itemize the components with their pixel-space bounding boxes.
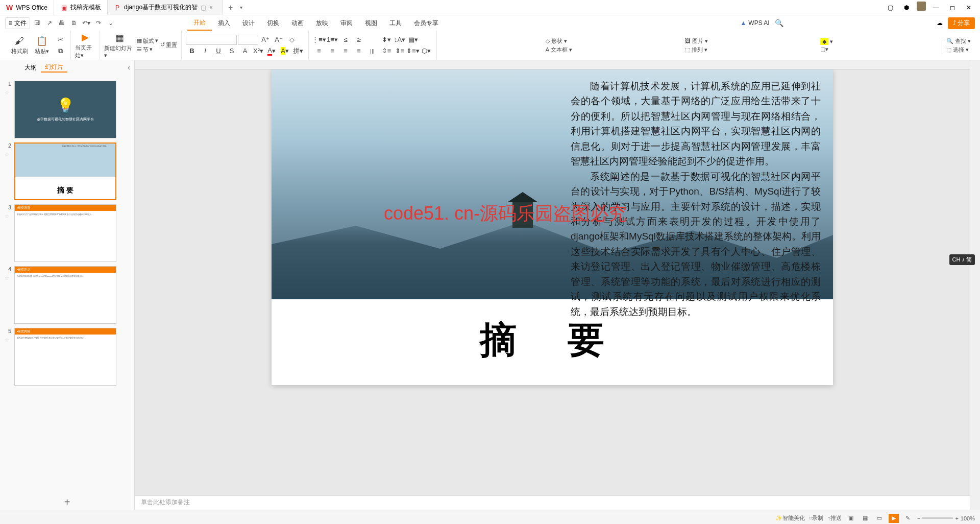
outline-button[interactable]: ▢▾: [820, 46, 833, 53]
slide-body-text[interactable]: 随着计算机技术发展，计算机系统的应用已延伸到社会的各个领域，大量基于网络的广泛应…: [571, 79, 821, 319]
clear-format-button[interactable]: ◇: [286, 35, 298, 45]
italic-button[interactable]: I: [199, 46, 211, 56]
minimize-button[interactable]: —: [930, 2, 942, 14]
spacing-options-button[interactable]: ⇕≡▾: [407, 46, 419, 56]
textbox-button[interactable]: A文本框▾: [546, 46, 572, 54]
close-button[interactable]: ✕: [963, 2, 975, 14]
star-icon[interactable]: ☆: [5, 152, 11, 157]
align-text-button[interactable]: ↕A▾: [394, 35, 406, 45]
tab-animation[interactable]: 动画: [285, 15, 310, 31]
zoom-out-button[interactable]: −: [917, 515, 920, 521]
superscript-button[interactable]: X²▾: [252, 46, 264, 56]
numbering-button[interactable]: 1≡▾: [326, 35, 338, 45]
underline-button[interactable]: U: [212, 46, 225, 56]
add-tab-button[interactable]: +: [223, 3, 238, 12]
tab-transition[interactable]: 切换: [261, 15, 285, 31]
zoom-slider[interactable]: [922, 517, 953, 519]
image-button[interactable]: 🖼图片▾: [685, 37, 708, 45]
add-slide-button[interactable]: +: [0, 494, 134, 510]
thumbnail-5[interactable]: ▪ 研究内容 本系统主要实现用户管理 住户管理 来访登记管理 出入登记管理等功能…: [14, 328, 116, 386]
decrease-font-button[interactable]: A⁻: [273, 35, 285, 45]
decrease-indent-button[interactable]: ≤: [339, 35, 352, 45]
smartart-button[interactable]: ⬡▾: [420, 46, 432, 56]
share-button[interactable]: ⤴ 分享: [948, 17, 975, 29]
thumbnail-1[interactable]: 💡 基于数据可视化的智慧社区内网平台: [14, 81, 116, 138]
layout-button[interactable]: ▦版式▾: [137, 37, 158, 45]
slides-tab[interactable]: 幻灯片: [41, 63, 67, 73]
tab-start[interactable]: 开始: [187, 15, 212, 31]
bold-button[interactable]: B: [186, 46, 198, 56]
arrange-button[interactable]: ⬚排列▾: [685, 46, 708, 54]
push-button[interactable]: ↑推送: [827, 514, 842, 522]
thumbnail-row[interactable]: 4 ☆ ▪ 研究意义 系统采用B/S架构 使用Python的Django框架开发…: [0, 264, 134, 326]
view-slideshow-button[interactable]: ▶: [889, 514, 899, 523]
star-icon[interactable]: ☆: [5, 275, 11, 281]
phonetic-button[interactable]: 拼▾: [292, 46, 304, 56]
star-icon[interactable]: ☆: [5, 213, 11, 219]
increase-indent-button[interactable]: ≥: [353, 35, 365, 45]
thumbnail-row[interactable]: 3 ☆ ▪ 研究背景 中国幻灯片产业发展报告显示 随着互联网技术飞速发展 各行业…: [0, 202, 134, 264]
beautify-button[interactable]: ✨智能美化: [775, 514, 805, 522]
tab-view[interactable]: 视图: [359, 15, 383, 31]
distribute-button[interactable]: ⫼: [366, 46, 378, 56]
tab-tools[interactable]: 工具: [383, 15, 408, 31]
star-icon[interactable]: ☆: [5, 90, 11, 96]
box-icon[interactable]: ▢: [884, 2, 896, 14]
fill-button[interactable]: ◆▾: [820, 38, 833, 45]
view-reading-button[interactable]: ▭: [874, 514, 885, 523]
section-button[interactable]: ☰节▾: [137, 46, 158, 54]
paste-button[interactable]: 📋 粘贴▾: [32, 35, 52, 55]
strikethrough-button[interactable]: S: [226, 46, 238, 56]
save-icon[interactable]: 🖫: [32, 18, 42, 28]
undo-button[interactable]: ↶▾: [81, 18, 91, 28]
thumbnail-2[interactable]: 随着计算机技术发展 计算机系统的应用已延伸到社会的各个领域... 摘 要: [14, 142, 116, 200]
new-slide-button[interactable]: ▦ 新建幻灯片▾: [104, 32, 135, 59]
preview-icon[interactable]: 🗎: [69, 18, 79, 28]
outline-tab[interactable]: 大纲: [20, 63, 41, 72]
copy-button[interactable]: ⧉: [54, 46, 66, 56]
print-icon[interactable]: 🖶: [57, 18, 67, 28]
align-right-button[interactable]: ≡: [339, 46, 352, 56]
view-normal-button[interactable]: ▣: [846, 514, 856, 523]
text-effects-button[interactable]: A: [239, 46, 251, 56]
text-direction-button[interactable]: ⬍▾: [380, 35, 393, 45]
tab-slideshow[interactable]: 放映: [310, 15, 334, 31]
thumbnail-row[interactable]: 2 ☆ 随着计算机技术发展 计算机系统的应用已延伸到社会的各个领域... 摘 要: [0, 140, 134, 202]
tab-dropdown-icon[interactable]: ▾: [238, 5, 242, 10]
maximize-button[interactable]: ◻: [946, 2, 959, 14]
reset-button[interactable]: ↺重置: [160, 41, 177, 49]
font-color-button[interactable]: A▾: [265, 46, 278, 56]
font-select[interactable]: [186, 35, 237, 45]
close-icon[interactable]: ×: [209, 4, 216, 11]
view-comments-button[interactable]: ✎: [903, 514, 913, 523]
thumbnail-row[interactable]: 5 ☆ ▪ 研究内容 本系统主要实现用户管理 住户管理 来访登记管理 出入登记管…: [0, 326, 134, 388]
canvas-wrap[interactable]: 随着计算机技术发展，计算机系统的应用已延伸到社会的各个领域，大量基于网络的广泛应…: [135, 69, 970, 495]
align-left-button[interactable]: ≡: [313, 46, 325, 56]
find-button[interactable]: 🔍查找▾: [946, 37, 971, 45]
shape-button[interactable]: ◇形状▾: [546, 37, 572, 45]
file-menu[interactable]: ≡ 文件: [5, 17, 30, 29]
bullets-button[interactable]: ⋮≡▾: [313, 35, 325, 45]
avatar-icon[interactable]: [917, 2, 926, 11]
tab-wps-office[interactable]: W WPS Office: [0, 0, 54, 15]
cloud-icon[interactable]: ☁: [937, 19, 943, 27]
tab-django-doc[interactable]: P django基于数据可视化的智 ▢ ×: [108, 0, 223, 15]
view-sorter-button[interactable]: ▦: [860, 514, 870, 523]
zoom-in-button[interactable]: +: [955, 515, 958, 521]
size-select[interactable]: [238, 35, 258, 45]
slide-canvas[interactable]: 随着计算机技术发展，计算机系统的应用已延伸到社会的各个领域，大量基于网络的广泛应…: [272, 69, 833, 385]
qat-dropdown-icon[interactable]: ⌄: [106, 18, 116, 28]
wps-ai-button[interactable]: ▲ WPS AI: [740, 19, 769, 27]
zoom-value[interactable]: 100%: [961, 515, 975, 521]
cube-icon[interactable]: ⬢: [900, 2, 913, 14]
thumbnail-3[interactable]: ▪ 研究背景 中国幻灯片产业发展报告显示 随着互联网技术飞速发展 各行业信息化建…: [14, 204, 116, 262]
export-icon[interactable]: ↗: [44, 18, 55, 28]
columns-button[interactable]: ▤▾: [407, 35, 419, 45]
tab-member[interactable]: 会员专享: [408, 15, 445, 31]
select-button[interactable]: ⬚选择▾: [946, 46, 971, 54]
right-scrollbar-area[interactable]: [970, 60, 980, 510]
thumbnail-4[interactable]: ▪ 研究意义 系统采用B/S架构 使用Python的Django框架开发 MyS…: [14, 266, 116, 324]
format-painter-button[interactable]: 🖌 格式刷: [9, 36, 30, 55]
cut-button[interactable]: ✂: [54, 35, 66, 45]
para-spacing-button[interactable]: ⇕≡: [394, 46, 406, 56]
